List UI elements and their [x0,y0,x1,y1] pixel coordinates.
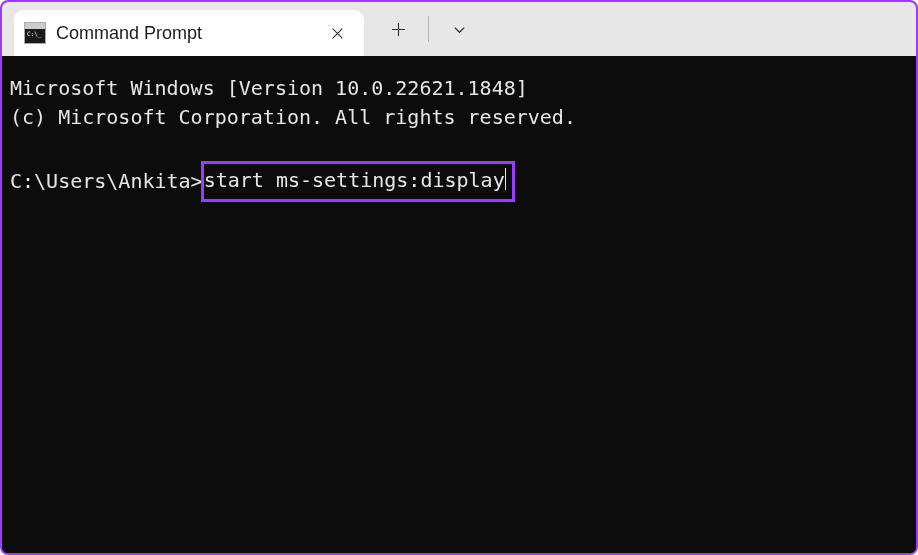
chevron-down-icon [452,22,467,37]
prompt-path: C:\Users\Ankita> [10,167,203,196]
titlebar-divider [428,16,429,42]
tab-command-prompt[interactable]: C:\_ Command Prompt [14,10,364,56]
version-line: Microsoft Windows [Version 10.0.22621.18… [10,74,908,103]
new-tab-button[interactable] [374,7,422,51]
tab-title: Command Prompt [56,23,324,44]
terminal-window: C:\_ Command Prompt [0,0,918,555]
tab-close-button[interactable] [324,20,350,46]
text-cursor [505,168,506,190]
cmd-icon: C:\_ [24,22,46,44]
close-icon [331,27,344,40]
command-highlight: start ms-settings:display [201,161,515,202]
plus-icon [391,22,406,37]
cmd-icon-text: C:\_ [27,31,41,37]
blank-line [10,132,908,161]
titlebar-actions [364,2,483,56]
prompt-line: C:\Users\Ankita>start ms-settings:displa… [10,161,908,202]
copyright-line: (c) Microsoft Corporation. All rights re… [10,103,908,132]
titlebar: C:\_ Command Prompt [2,2,916,56]
typed-command: start ms-settings:display [204,168,505,192]
tab-strip: C:\_ Command Prompt [2,2,364,56]
tab-dropdown-button[interactable] [435,7,483,51]
terminal-output[interactable]: Microsoft Windows [Version 10.0.22621.18… [2,56,916,553]
